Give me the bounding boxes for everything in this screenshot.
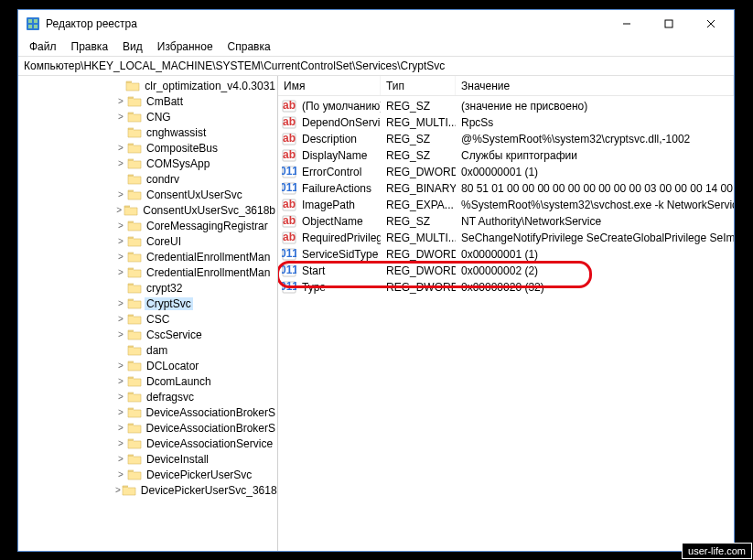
menu-view[interactable]: Вид — [117, 38, 148, 55]
value-name: ErrorControl — [296, 166, 381, 178]
value-row[interactable]: abDescriptionREG_SZ@%SystemRoot%\system3… — [278, 131, 734, 147]
values-list: ab(По умолчанию)REG_SZ(значение не присв… — [278, 96, 734, 296]
tree-label: CNG — [145, 111, 173, 124]
expand-icon[interactable]: > — [115, 143, 126, 154]
minimize-button[interactable] — [606, 10, 648, 38]
tree-panel[interactable]: clr_optimization_v4.0.3031>CmBatt>CNGcng… — [18, 76, 278, 551]
expand-icon[interactable]: > — [115, 361, 126, 372]
tree-item[interactable]: >CNG — [18, 109, 277, 124]
value-row[interactable]: abImagePathREG_EXPA...%SystemRoot%\syste… — [278, 197, 734, 213]
svg-text:ab: ab — [283, 149, 296, 161]
expand-icon[interactable] — [115, 81, 124, 92]
value-row[interactable]: abObjectNameREG_SZNT Authority\NetworkSe… — [278, 213, 734, 230]
expand-icon[interactable]: > — [115, 407, 126, 418]
tree-item[interactable]: >DevicePickerUserSvc — [18, 467, 277, 482]
tree-item[interactable]: >CscService — [18, 327, 277, 342]
expand-icon[interactable]: > — [115, 205, 123, 216]
expand-icon[interactable]: > — [115, 267, 126, 278]
menu-file[interactable]: Файл — [24, 38, 62, 55]
expand-icon[interactable]: > — [115, 96, 126, 107]
tree-item[interactable]: dam — [18, 342, 277, 358]
expand-icon[interactable]: > — [115, 423, 126, 434]
value-row[interactable]: 011StartREG_DWORD0x00000002 (2) — [278, 263, 734, 279]
close-button[interactable] — [690, 10, 732, 38]
tree-label: CoreMessagingRegistrar — [145, 220, 270, 232]
expand-icon[interactable]: > — [115, 438, 126, 449]
titlebar[interactable]: Редактор реестра — [18, 10, 734, 38]
tree-item[interactable]: >CoreUI — [18, 233, 277, 249]
tree-item[interactable]: >DevicePickerUserSvc_3618 — [18, 482, 277, 498]
tree-item[interactable]: >CredentialEnrollmentMan — [18, 249, 277, 264]
tree-label: CmBatt — [145, 95, 185, 108]
expand-icon[interactable]: > — [115, 112, 126, 123]
svg-text:011: 011 — [282, 264, 296, 276]
expand-icon[interactable]: > — [115, 485, 121, 496]
tree-item[interactable]: >ConsentUxUserSvc — [18, 187, 277, 202]
tree-label: DeviceAssociationBrokerS — [145, 422, 277, 435]
tree-label: DcomLaunch — [145, 375, 213, 388]
expand-icon[interactable]: > — [115, 236, 126, 247]
expand-icon[interactable]: > — [115, 221, 126, 232]
expand-icon[interactable]: > — [115, 158, 126, 169]
value-row[interactable]: abRequiredPrivileg...REG_MULTI...SeChang… — [278, 230, 734, 246]
expand-icon[interactable]: > — [115, 329, 126, 340]
value-row[interactable]: abDependOnServiceREG_MULTI...RpcSs — [278, 114, 734, 131]
menu-favorites[interactable]: Избранное — [152, 38, 219, 55]
tree-item[interactable]: >ConsentUxUserSvc_3618b — [18, 202, 277, 218]
expand-icon[interactable]: > — [115, 298, 126, 309]
tree-item[interactable]: clr_optimization_v4.0.3031 — [18, 78, 277, 93]
menu-help[interactable]: Справка — [222, 38, 276, 55]
expand-icon[interactable]: > — [115, 314, 126, 325]
value-data: (значение не присвоено) — [456, 100, 734, 113]
tree-item[interactable]: >CredentialEnrollmentMan — [18, 264, 277, 280]
value-row[interactable]: 011ErrorControlREG_DWORD0x00000001 (1) — [278, 164, 734, 180]
binary-icon: 011 — [282, 166, 296, 178]
expand-icon[interactable]: > — [115, 392, 126, 403]
values-panel[interactable]: Имя Тип Значение ab(По умолчанию)REG_SZ(… — [278, 76, 734, 551]
expand-icon[interactable] — [115, 127, 126, 138]
value-row[interactable]: 011ServiceSidTypeREG_DWORD0x00000001 (1) — [278, 246, 734, 263]
tree-item[interactable]: >DCLocator — [18, 358, 277, 373]
expand-icon[interactable]: > — [115, 376, 126, 387]
maximize-button[interactable] — [648, 10, 690, 38]
tree-label: CoreUI — [145, 235, 183, 248]
tree-item[interactable]: >CompositeBus — [18, 140, 277, 156]
expand-icon[interactable]: > — [115, 252, 126, 263]
expand-icon[interactable]: > — [115, 189, 126, 200]
string-icon: ab — [282, 149, 296, 162]
tree-item[interactable]: >DcomLaunch — [18, 373, 277, 389]
menu-edit[interactable]: Правка — [66, 38, 114, 55]
expand-icon[interactable] — [115, 174, 126, 185]
folder-icon — [127, 126, 142, 139]
tree-item[interactable]: condrv — [18, 171, 277, 187]
expand-icon[interactable]: > — [115, 469, 126, 480]
tree-item[interactable]: >CoreMessagingRegistrar — [18, 218, 277, 233]
tree-item[interactable]: >DeviceInstall — [18, 451, 277, 467]
binary-icon: 011 — [282, 182, 296, 195]
tree-item[interactable]: >CryptSvc — [18, 296, 277, 311]
tree-item[interactable]: >COMSysApp — [18, 156, 277, 171]
tree-item[interactable]: >DeviceAssociationService — [18, 436, 277, 451]
tree-item[interactable]: >CmBatt — [18, 93, 277, 109]
tree-item[interactable]: >DeviceAssociationBrokerS — [18, 404, 277, 420]
tree-item[interactable]: >CSC — [18, 311, 277, 327]
column-headers[interactable]: Имя Тип Значение — [278, 76, 734, 96]
col-name[interactable]: Имя — [278, 76, 381, 95]
tree-item[interactable]: crypt32 — [18, 280, 277, 296]
value-row[interactable]: 011TypeREG_DWORD0x00000020 (32) — [278, 279, 734, 296]
value-row[interactable]: ab(По умолчанию)REG_SZ(значение не присв… — [278, 98, 734, 114]
value-row[interactable]: 011FailureActionsREG_BINARY80 51 01 00 0… — [278, 180, 734, 197]
svg-rect-4 — [34, 25, 38, 28]
value-row[interactable]: abDisplayNameREG_SZСлужбы криптографии — [278, 147, 734, 164]
expand-icon[interactable] — [115, 283, 126, 294]
folder-icon — [127, 360, 142, 372]
tree-item[interactable]: >DeviceAssociationBrokerS — [18, 420, 277, 436]
address-bar[interactable]: Компьютер\HKEY_LOCAL_MACHINE\SYSTEM\Curr… — [18, 56, 734, 76]
expand-icon[interactable] — [115, 345, 126, 356]
col-type[interactable]: Тип — [381, 76, 456, 95]
tree-item[interactable]: cnghwassist — [18, 124, 277, 140]
col-value[interactable]: Значение — [456, 76, 734, 95]
string-icon: ab — [282, 232, 296, 244]
expand-icon[interactable]: > — [115, 454, 126, 465]
tree-item[interactable]: >defragsvc — [18, 389, 277, 404]
